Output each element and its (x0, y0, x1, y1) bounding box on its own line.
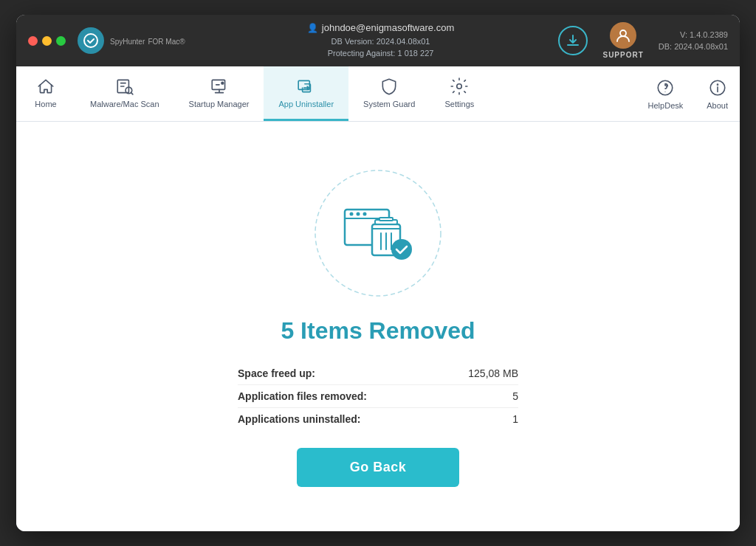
nav-label-settings: Settings (445, 100, 475, 108)
stat-label-files: Application files removed: (238, 390, 367, 402)
stat-value-apps: 1 (512, 413, 518, 425)
header-center: 👤 johndoe@enigmasoftware.com DB Version:… (203, 22, 559, 59)
app-logo-icon (78, 27, 104, 54)
svg-point-0 (84, 34, 97, 47)
nav-label-malware: Malware/Mac Scan (90, 100, 159, 108)
minimize-button[interactable] (42, 36, 52, 46)
logo-main: SpyHunter (110, 38, 145, 46)
user-email-area: 👤 johndoe@enigmasoftware.com (307, 22, 454, 33)
db-text: DB: 2024.04.08x01 (659, 41, 728, 53)
nav-label-about: About (707, 101, 728, 110)
nav-label-helpdesk: HelpDesk (648, 101, 684, 110)
stats-table: Space freed up: 125,08 MB Application fi… (238, 362, 518, 430)
result-title: 5 Items Removed (281, 317, 475, 345)
svg-point-7 (457, 84, 462, 89)
svg-point-8 (659, 80, 673, 95)
result-icon-wrapper (312, 167, 444, 300)
stat-row-files: Application files removed: 5 (238, 384, 518, 407)
nav-item-malware-scan[interactable]: Malware/Mac Scan (75, 66, 174, 121)
db-info: DB Version: 2024.04.08x01 Protecting Aga… (328, 36, 434, 59)
nav-item-app-uninstaller[interactable]: App Uninstaller (264, 66, 348, 121)
nav-spacer (489, 66, 636, 121)
version-info: V: 1.4.0.2389 DB: 2024.04.08x01 (659, 29, 728, 53)
navbar: Home Malware/Mac Scan Startup Manager (16, 66, 740, 122)
header-right-group: SUPPORT V: 1.4.0.2389 DB: 2024.04.08x01 (558, 22, 728, 59)
logo-area: SpyHunter FOR Mac® (78, 27, 185, 54)
svg-point-15 (350, 212, 354, 215)
main-content: 5 Items Removed Space freed up: 125,08 M… (16, 122, 740, 531)
nav-label-home: Home (35, 100, 56, 108)
uninstall-result-icon (337, 193, 419, 274)
nav-label-uninstaller: App Uninstaller (278, 100, 334, 108)
svg-point-5 (221, 82, 224, 85)
svg-rect-24 (379, 218, 393, 221)
stat-value-space: 125,08 MB (468, 367, 518, 379)
malware-scan-icon (115, 77, 134, 96)
nav-item-home[interactable]: Home (16, 66, 75, 121)
db-version-value: 2024.04.08x01 (377, 37, 430, 46)
version-text: V: 1.4.0.2389 (659, 29, 728, 41)
system-guard-icon (379, 77, 399, 96)
stat-row-apps: Applications uninstalled: 1 (238, 407, 518, 430)
nav-item-about[interactable]: About (695, 66, 740, 121)
home-icon (36, 77, 55, 96)
download-button[interactable] (558, 26, 588, 55)
titlebar: SpyHunter FOR Mac® 👤 johndoe@enigmasoftw… (16, 15, 740, 66)
app-window: SpyHunter FOR Mac® 👤 johndoe@enigmasoftw… (16, 15, 740, 531)
startup-manager-icon (210, 77, 229, 96)
maximize-button[interactable] (56, 36, 66, 46)
user-email-text: johndoe@enigmasoftware.com (322, 22, 454, 33)
svg-point-16 (357, 212, 360, 215)
svg-point-9 (665, 91, 666, 91)
protecting-label: Protecting Against: (328, 49, 396, 58)
nav-item-system-guard[interactable]: System Guard (348, 66, 430, 121)
support-label: SUPPORT (602, 51, 643, 59)
user-icon: 👤 (307, 23, 318, 33)
support-button[interactable]: SUPPORT (602, 22, 643, 59)
svg-point-17 (363, 212, 367, 215)
nav-item-helpdesk[interactable]: HelpDesk (636, 66, 695, 121)
svg-point-25 (391, 239, 412, 260)
close-button[interactable] (28, 36, 38, 46)
app-uninstaller-icon (297, 77, 316, 96)
support-person-icon (610, 22, 636, 49)
stat-row-space: Space freed up: 125,08 MB (238, 362, 518, 384)
helpdesk-icon (656, 78, 675, 97)
nav-label-system-guard: System Guard (363, 100, 415, 108)
svg-point-11 (717, 84, 718, 85)
download-circle-icon (558, 26, 588, 55)
stat-label-space: Space freed up: (238, 367, 315, 379)
nav-label-startup: Startup Manager (189, 100, 250, 108)
nav-item-settings[interactable]: Settings (430, 66, 489, 121)
settings-icon (450, 77, 469, 96)
stat-label-apps: Applications uninstalled: (238, 413, 360, 425)
traffic-lights (28, 36, 66, 46)
logo-text: SpyHunter FOR Mac® (110, 35, 185, 47)
protecting-count: 1 018 227 (397, 49, 433, 58)
about-icon (708, 78, 727, 97)
nav-item-startup-manager[interactable]: Startup Manager (174, 66, 264, 121)
db-version-label: DB Version: (331, 37, 374, 46)
logo-sub: FOR Mac® (148, 38, 185, 46)
stat-value-files: 5 (512, 390, 518, 402)
go-back-button[interactable]: Go Back (297, 448, 459, 487)
svg-point-1 (620, 30, 626, 36)
